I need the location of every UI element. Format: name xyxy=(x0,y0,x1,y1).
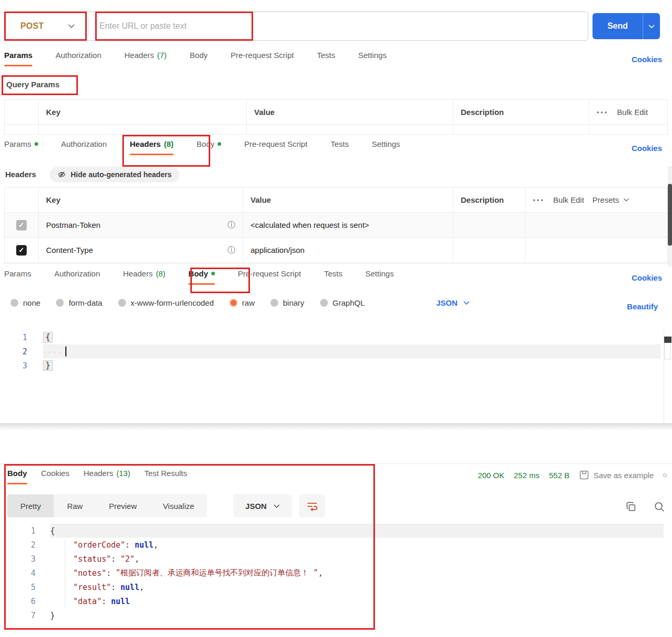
code-line: 1{ xyxy=(4,524,664,538)
search-response-button[interactable] xyxy=(654,501,665,515)
request-tab[interactable]: Authorization xyxy=(54,269,100,285)
wrap-lines-button[interactable] xyxy=(299,494,325,517)
response-view-tab[interactable]: Pretty xyxy=(7,494,54,517)
bulk-edit-button[interactable]: Bulk Edit xyxy=(617,108,648,117)
body-mode-radios: none form-data x-www-form-urlencoded raw… xyxy=(10,298,365,307)
method-selector[interactable]: POST xyxy=(5,12,88,40)
header-row[interactable]: Content-Type application/json xyxy=(5,238,667,263)
info-icon[interactable] xyxy=(227,220,235,230)
unsaved-dot xyxy=(211,272,215,275)
status-badge: 200 OK xyxy=(478,471,505,480)
request-tab[interactable]: Tests xyxy=(317,51,335,66)
unsaved-dot xyxy=(35,142,38,146)
request-tab[interactable]: Body xyxy=(188,269,215,285)
body-mode-option[interactable]: raw xyxy=(230,298,255,307)
beautify-link[interactable]: Beautify xyxy=(627,302,658,311)
presets-dropdown[interactable]: Presets xyxy=(593,195,629,204)
chevron-down-icon xyxy=(274,504,280,508)
response-tab[interactable]: Test Results xyxy=(144,469,187,484)
send-button[interactable]: Send xyxy=(593,13,660,39)
editor-scrollbar-track[interactable] xyxy=(664,343,671,360)
response-language-dropdown[interactable]: JSON xyxy=(233,494,292,517)
text-cursor xyxy=(65,346,66,356)
row-checkbox[interactable] xyxy=(16,220,27,230)
line-number: 1 xyxy=(0,333,27,342)
response-body-code[interactable]: 1{2"orderCode": null,3"status": "2",4"no… xyxy=(4,524,664,622)
more-menu-icon[interactable] xyxy=(663,473,667,477)
query-params-table: Key Value Description ••• Bulk Edit Key … xyxy=(4,99,668,135)
url-input[interactable] xyxy=(89,21,588,31)
body-mode-option[interactable]: none xyxy=(10,298,40,307)
request-tab[interactable]: Body xyxy=(197,140,221,155)
eye-off-icon xyxy=(58,170,66,179)
table-header-row: Key Value Description ••• Bulk Edit xyxy=(5,100,667,125)
table-header-row: Key Value Description ••• Bulk Edit Pres… xyxy=(5,188,667,213)
col-key: Key xyxy=(38,188,243,212)
editor-line-1[interactable]: 1 { xyxy=(0,330,664,344)
hide-auto-generated-headers-button[interactable]: Hide auto-generated headers xyxy=(50,167,179,182)
request-tab[interactable]: Pre-request Script xyxy=(244,140,307,155)
bulk-edit-button[interactable]: Bulk Edit xyxy=(553,195,584,204)
cookies-link[interactable]: Cookies xyxy=(632,144,662,153)
request-tab[interactable]: Headers(8) xyxy=(123,269,165,285)
more-options-icon[interactable]: ••• xyxy=(597,108,609,116)
whitespace-dots xyxy=(43,347,62,356)
request-tab[interactable]: Authorization xyxy=(61,140,107,155)
response-tab[interactable]: Cookies xyxy=(41,469,70,484)
open-brace-token: { xyxy=(43,332,53,343)
code-line: 6"data": null xyxy=(4,594,664,608)
request-tab[interactable]: Pre-request Script xyxy=(231,51,294,66)
editor-scrollbar-thumb[interactable] xyxy=(664,337,671,343)
chevron-down-icon xyxy=(648,25,655,28)
response-divider xyxy=(0,464,672,464)
body-language-dropdown[interactable]: JSON xyxy=(436,298,470,307)
body-mode-option[interactable]: GraphQL xyxy=(320,298,365,307)
response-view-tab[interactable]: Preview xyxy=(96,494,150,517)
description-placeholder[interactable]: Description xyxy=(453,125,589,135)
cookies-link[interactable]: Cookies xyxy=(632,55,662,64)
header-row[interactable]: Postman-Token <calculated when request i… xyxy=(5,213,667,238)
query-params-title: Query Params xyxy=(6,80,60,89)
request-tab[interactable]: Headers(7) xyxy=(124,51,167,66)
chevron-down-icon xyxy=(623,198,629,202)
scrollbar-thumb[interactable] xyxy=(668,184,672,246)
request-tab[interactable]: Body xyxy=(190,51,208,66)
copy-response-button[interactable] xyxy=(625,501,637,515)
response-tab[interactable]: Body xyxy=(7,469,27,484)
body-mode-option[interactable]: binary xyxy=(270,298,304,307)
request-tabs-1: Params Authorization Headers(7) Body Pre… xyxy=(4,51,386,66)
panel-bottom-shadow xyxy=(0,423,672,431)
request-tab[interactable]: Params xyxy=(4,269,31,285)
send-options-button[interactable] xyxy=(643,13,660,39)
request-tab[interactable]: Params xyxy=(4,140,38,155)
request-tab[interactable]: Settings xyxy=(372,140,400,155)
wrap-lines-icon xyxy=(306,501,318,511)
value-placeholder[interactable]: Value xyxy=(246,125,453,135)
info-icon[interactable] xyxy=(227,245,235,255)
request-tab[interactable]: Headers(8) xyxy=(130,140,174,155)
request-tab[interactable]: Params xyxy=(4,51,32,66)
request-tab[interactable]: Tests xyxy=(324,269,343,285)
request-tab[interactable]: Authorization xyxy=(55,51,101,66)
cookies-link[interactable]: Cookies xyxy=(632,273,662,282)
radio-icon xyxy=(320,299,328,307)
response-view-tab[interactable]: Visualize xyxy=(150,494,208,517)
editor-line-3[interactable]: 3 } xyxy=(0,358,664,373)
code-line: 4"notes": "根据订阅者、承运商和运单号找不到对应的订单信息！ ", xyxy=(4,566,664,580)
request-tab[interactable]: Pre-request Script xyxy=(238,269,301,285)
request-tab[interactable]: Settings xyxy=(358,51,386,66)
table-row[interactable]: Key Value Description xyxy=(5,125,667,135)
body-mode-option[interactable]: x-www-form-urlencoded xyxy=(118,298,214,307)
response-tab[interactable]: Headers(13) xyxy=(84,469,130,484)
row-checkbox[interactable] xyxy=(16,245,27,256)
response-view-tab[interactable]: Raw xyxy=(54,494,96,517)
body-mode-option[interactable]: form-data xyxy=(56,298,102,307)
save-as-example-button[interactable]: Save as example xyxy=(579,470,654,480)
more-options-icon[interactable]: ••• xyxy=(533,196,545,204)
send-label: Send xyxy=(593,13,643,39)
editor-line-2[interactable]: 2 xyxy=(0,344,664,358)
request-tab[interactable]: Settings xyxy=(366,269,394,285)
key-placeholder[interactable]: Key xyxy=(38,125,246,135)
col-value: Value xyxy=(246,100,453,124)
request-tab[interactable]: Tests xyxy=(331,140,349,155)
